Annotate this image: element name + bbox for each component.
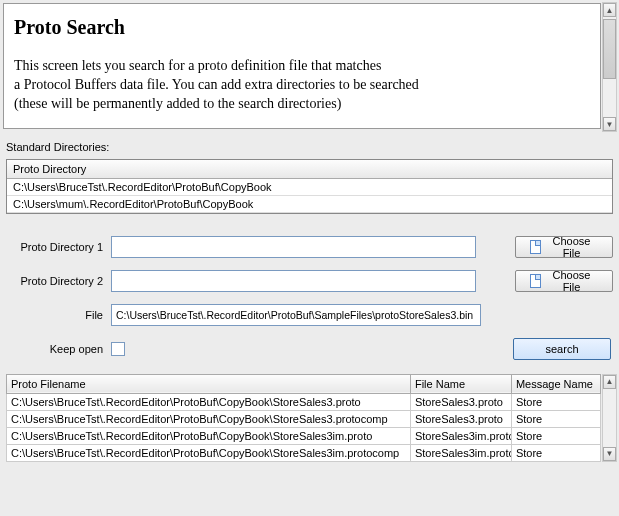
table-cell: C:\Users\BruceTst\.RecordEditor\ProtoBuf… [7, 444, 411, 461]
header-panel: Proto Search This screen lets you search… [3, 3, 601, 129]
page-scrollbar[interactable]: ▲ ▼ [602, 2, 617, 132]
proto-dir-2-input[interactable] [111, 270, 476, 292]
std-dir-row[interactable]: C:\Users\mum\.RecordEditor\ProtoBuf\Copy… [7, 196, 612, 213]
keep-open-label: Keep open [6, 343, 111, 355]
keep-open-checkbox[interactable] [111, 342, 125, 356]
file-icon [530, 274, 541, 288]
standard-directories-label: Standard Directories: [6, 141, 619, 153]
table-cell: StoreSales3.proto [410, 410, 511, 427]
scroll-down-icon[interactable]: ▼ [603, 447, 616, 461]
table-cell: StoreSales3im.proto [410, 444, 511, 461]
std-dir-row[interactable]: C:\Users\BruceTst\.RecordEditor\ProtoBuf… [7, 179, 612, 196]
page-description: This screen lets you search for a proto … [14, 57, 590, 114]
std-dir-header: Proto Directory [7, 160, 612, 179]
standard-directories-table: Proto Directory C:\Users\BruceTst\.Recor… [6, 159, 613, 214]
table-cell: Store [511, 393, 600, 410]
table-row[interactable]: C:\Users\BruceTst\.RecordEditor\ProtoBuf… [7, 427, 601, 444]
proto-dir-2-label: Proto Directory 2 [6, 275, 111, 287]
file-label: File [6, 309, 111, 321]
scroll-up-icon[interactable]: ▲ [603, 375, 616, 389]
file-icon [530, 240, 541, 254]
table-cell: Store [511, 444, 600, 461]
table-cell: StoreSales3im.proto [410, 427, 511, 444]
table-cell: C:\Users\BruceTst\.RecordEditor\ProtoBuf… [7, 427, 411, 444]
table-row[interactable]: C:\Users\BruceTst\.RecordEditor\ProtoBuf… [7, 393, 601, 410]
form-area: Proto Directory 1 Choose File Proto Dire… [6, 236, 613, 326]
choose-file-2-button[interactable]: Choose File [515, 270, 613, 292]
scroll-down-icon[interactable]: ▼ [603, 117, 616, 131]
scroll-thumb[interactable] [603, 19, 616, 79]
table-row[interactable]: C:\Users\BruceTst\.RecordEditor\ProtoBuf… [7, 410, 601, 427]
page-title: Proto Search [14, 16, 590, 39]
col-proto-filename[interactable]: Proto Filename [7, 374, 411, 393]
table-cell: C:\Users\BruceTst\.RecordEditor\ProtoBuf… [7, 393, 411, 410]
table-row[interactable]: C:\Users\BruceTst\.RecordEditor\ProtoBuf… [7, 444, 601, 461]
results-scrollbar[interactable]: ▲ ▼ [602, 374, 617, 462]
table-cell: Store [511, 427, 600, 444]
col-file-name[interactable]: File Name [410, 374, 511, 393]
search-button[interactable]: search [513, 338, 611, 360]
table-cell: Store [511, 410, 600, 427]
results-table: Proto Filename File Name Message Name C:… [6, 374, 601, 462]
scroll-up-icon[interactable]: ▲ [603, 3, 616, 17]
proto-dir-1-label: Proto Directory 1 [6, 241, 111, 253]
choose-file-1-button[interactable]: Choose File [515, 236, 613, 258]
table-cell: StoreSales3.proto [410, 393, 511, 410]
table-cell: C:\Users\BruceTst\.RecordEditor\ProtoBuf… [7, 410, 411, 427]
file-input[interactable] [111, 304, 481, 326]
proto-dir-1-input[interactable] [111, 236, 476, 258]
col-message-name[interactable]: Message Name [511, 374, 600, 393]
results-header-row: Proto Filename File Name Message Name [7, 374, 601, 393]
